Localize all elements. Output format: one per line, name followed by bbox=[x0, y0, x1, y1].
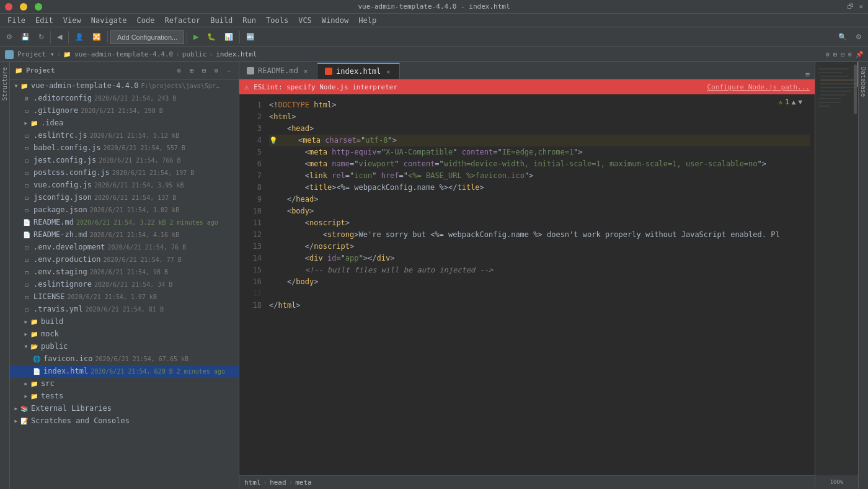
breadcrumb-html[interactable]: html bbox=[244, 478, 261, 487]
toolbar: ⚙ 💾 ↻ ◀ 👤 🔀 Add Configuration... ▶ 🐛 📊 🔤… bbox=[0, 27, 868, 47]
menu-tools[interactable]: Tools bbox=[261, 15, 293, 26]
tree-scratches[interactable]: ▶ 📝 Scratches and Consoles bbox=[10, 415, 239, 427]
tree-license[interactable]: ◻ LICENSE 2020/6/21 21:54, 1.07 kB bbox=[10, 290, 239, 303]
tree-jsconfig[interactable]: ◻ jsconfig.json 2020/6/21 21:54, 137 B bbox=[10, 191, 239, 204]
menu-vcs[interactable]: VCS bbox=[293, 15, 317, 26]
maximize-button[interactable] bbox=[35, 3, 42, 11]
tree-public[interactable]: ▼ 📂 public bbox=[10, 340, 239, 352]
menu-navigate[interactable]: Navigate bbox=[86, 15, 132, 26]
tree-postcss[interactable]: ◻ postcss.config.js 2020/6/21 21:54, 197… bbox=[10, 166, 239, 179]
tree-vue-config[interactable]: ◻ vue.config.js 2020/6/21 21:54, 3.95 kB bbox=[10, 179, 239, 191]
panel-settings-icon[interactable]: ⚙ bbox=[174, 66, 184, 76]
menu-edit[interactable]: Edit bbox=[30, 15, 58, 26]
breadcrumb-gear-icon[interactable]: ⚙ bbox=[848, 51, 852, 58]
tab-index-html[interactable]: index.html ✕ bbox=[317, 63, 400, 79]
tree-root-meta: F:\projects\java\Springboot- bbox=[141, 83, 221, 89]
breadcrumb-file[interactable]: index.html bbox=[216, 50, 257, 58]
tree-readme-zh[interactable]: 📄 README-zh.md 2020/6/21 21:54, 4.16 kB bbox=[10, 228, 239, 241]
breadcrumb-meta[interactable]: meta bbox=[295, 478, 312, 487]
toolbar-sync-btn[interactable]: ↻ bbox=[35, 30, 48, 45]
gitignore-icon: ◻ bbox=[22, 106, 31, 115]
svg-rect-7 bbox=[820, 91, 851, 92]
code-line-18: </html> bbox=[269, 300, 810, 312]
tree-travis[interactable]: ◻ .travis.yml 2020/6/21 21:54, 81 B bbox=[10, 303, 239, 315]
tree-root[interactable]: ▼ 📁 vue-admin-template-4.4.0 F:\projects… bbox=[10, 79, 239, 92]
notification-link[interactable]: Configure Node.js path... bbox=[707, 83, 810, 91]
menu-build[interactable]: Build bbox=[205, 15, 237, 26]
toolbar-project-btn[interactable]: ⚙ bbox=[2, 30, 16, 45]
tab-readme-close[interactable]: ✕ bbox=[302, 67, 309, 74]
tree-jest[interactable]: ◻ jest.config.js 2020/6/21 21:54, 766 B bbox=[10, 154, 239, 166]
toolbar-translate-btn[interactable]: 🔤 bbox=[242, 30, 259, 45]
tree-gitignore[interactable]: ◻ .gitignore 2020/6/21 21:54, 190 B bbox=[10, 104, 239, 117]
toolbar-run-btn[interactable]: ▶ bbox=[190, 30, 202, 45]
tree-idea[interactable]: ▶ 📁 .idea bbox=[10, 117, 239, 129]
breadcrumb-collapse-icon[interactable]: ⊟ bbox=[841, 51, 844, 58]
panel-expand-icon[interactable]: ⊞ bbox=[187, 66, 197, 76]
editorconfig-icon: ⚙ bbox=[22, 94, 31, 102]
database-tab-label[interactable]: Database bbox=[860, 62, 867, 102]
breadcrumb-project[interactable]: Project ▾ bbox=[17, 50, 55, 58]
tab-readme[interactable]: README.md ✕ bbox=[239, 63, 317, 79]
restore-button[interactable]: 🗗 bbox=[847, 2, 854, 11]
code-editor[interactable]: 1 2 3 4 5 6 7 8 9 10 11 12 13 14 15 16 1… bbox=[239, 94, 815, 475]
warning-up-arrow[interactable]: ▲ bbox=[792, 98, 796, 106]
toolbar-save-btn[interactable]: 💾 bbox=[17, 30, 33, 45]
window-close-button[interactable]: ✕ bbox=[859, 2, 863, 11]
tab-index-close[interactable]: ✕ bbox=[384, 68, 392, 75]
tree-favicon[interactable]: 🌐 favicon.ico 2020/6/21 21:54, 67.65 kB bbox=[10, 352, 239, 365]
menu-help[interactable]: Help bbox=[353, 15, 381, 26]
tree-env-dev[interactable]: ◻ .env.development 2020/6/21 21:54, 76 B bbox=[10, 241, 239, 253]
menu-file[interactable]: File bbox=[2, 15, 30, 26]
toolbar-back-btn[interactable]: ◀ bbox=[53, 30, 66, 45]
menu-run[interactable]: Run bbox=[237, 15, 261, 26]
tree-src[interactable]: ▶ 📁 src bbox=[10, 377, 239, 390]
toolbar-settings-btn[interactable]: ⚙ bbox=[852, 30, 866, 45]
close-button[interactable] bbox=[5, 3, 12, 11]
tree-env-staging[interactable]: ◻ .env.staging 2020/6/21 21:54, 98 B bbox=[10, 266, 239, 278]
tree-tests[interactable]: ▶ 📁 tests bbox=[10, 390, 239, 402]
title-bar-right: 🗗 ✕ bbox=[847, 2, 863, 11]
index-tab-icon bbox=[325, 68, 332, 75]
panel-collapse-icon[interactable]: ⊟ bbox=[199, 66, 209, 76]
tree-build[interactable]: ▶ 📁 build bbox=[10, 315, 239, 328]
tree-arrow-idea: ▶ bbox=[22, 119, 30, 127]
toolbar-debug-btn[interactable]: 🐛 bbox=[203, 30, 219, 45]
readme-tab-icon bbox=[247, 67, 254, 74]
menu-window[interactable]: Window bbox=[317, 15, 353, 26]
menu-code[interactable]: Code bbox=[132, 15, 160, 26]
menu-refactor[interactable]: Refactor bbox=[159, 15, 205, 26]
tree-env-prod[interactable]: ◻ .env.production 2020/6/21 21:54, 77 B bbox=[10, 253, 239, 266]
panel-gear-icon[interactable]: ⚙ bbox=[211, 66, 221, 76]
breadcrumb-public[interactable]: public bbox=[182, 50, 207, 58]
breadcrumb-head[interactable]: head bbox=[270, 478, 286, 487]
toolbar-git-btn[interactable]: 🔀 bbox=[89, 30, 105, 45]
toolbar-coverage-btn[interactable]: 📊 bbox=[221, 30, 237, 45]
tabs-more-icon[interactable]: ≡ bbox=[803, 70, 812, 79]
tree-package[interactable]: ◻ package.json 2020/6/21 21:54, 1.82 kB bbox=[10, 204, 239, 216]
add-configuration-button[interactable]: Add Configuration... bbox=[110, 30, 184, 44]
tree-src-label: src bbox=[41, 379, 55, 388]
tree-mock[interactable]: ▶ 📁 mock bbox=[10, 328, 239, 340]
tree-index-html[interactable]: 📄 index.html 2020/6/21 21:54, 620 B 2 mi… bbox=[10, 365, 239, 377]
breadcrumb-expand-icon[interactable]: ⊞ bbox=[833, 51, 837, 58]
tree-babel[interactable]: ◻ babel.config.js 2020/6/21 21:54, 557 B bbox=[10, 141, 239, 154]
toolbar-user-btn[interactable]: 👤 bbox=[71, 30, 87, 45]
structure-tab-label[interactable]: Structure bbox=[1, 62, 8, 105]
menu-view[interactable]: View bbox=[58, 15, 86, 26]
window-title: vue-admin-template-4.4.0 - index.html bbox=[358, 2, 510, 11]
tree-babel-meta: 2020/6/21 21:54, 557 B bbox=[103, 145, 185, 151]
panel-close-icon[interactable]: — bbox=[224, 66, 234, 76]
tree-eslintignore[interactable]: ◻ .eslintignore 2020/6/21 21:54, 34 B bbox=[10, 278, 239, 290]
tree-editorconfig[interactable]: ⚙ .editorconfig 2020/6/21 21:54, 243 B bbox=[10, 92, 239, 104]
breadcrumb-settings-icon[interactable]: ⚙ bbox=[826, 51, 830, 58]
code-content[interactable]: <!DOCTYPE html> <html> <head> 💡 <meta ch… bbox=[264, 94, 815, 475]
breadcrumb-pin-icon[interactable]: 📌 bbox=[856, 51, 863, 58]
tree-eslintrc[interactable]: ◻ .eslintrc.js 2020/6/21 21:54, 5.12 kB bbox=[10, 129, 239, 141]
toolbar-search-btn[interactable]: 🔍 bbox=[835, 30, 851, 45]
tree-readme[interactable]: 📄 README.md 2020/6/21 21:54, 3.22 kB 2 m… bbox=[10, 216, 239, 228]
warning-down-arrow[interactable]: ▼ bbox=[798, 98, 802, 106]
minimize-button[interactable] bbox=[20, 3, 27, 11]
breadcrumb-root[interactable]: vue-admin-template-4.4.0 bbox=[74, 50, 173, 58]
tree-ext-libs[interactable]: ▶ 📚 External Libraries bbox=[10, 402, 239, 415]
